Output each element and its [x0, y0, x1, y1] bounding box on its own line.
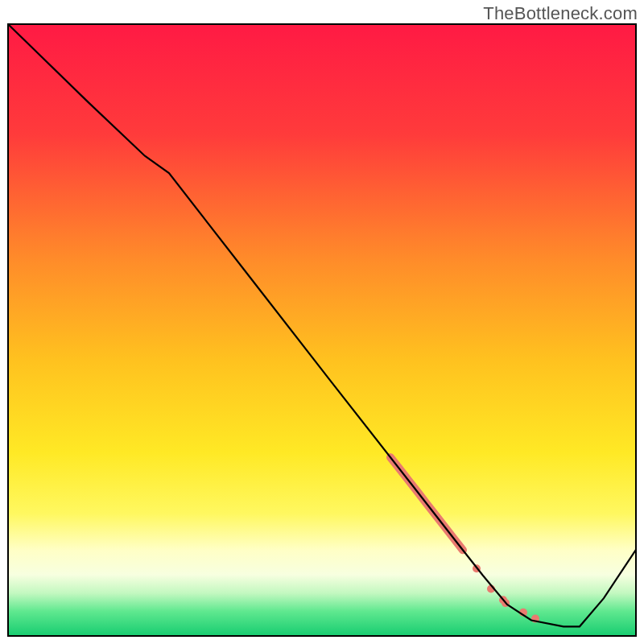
chart-root: TheBottleneck.com: [0, 0, 644, 644]
chart-svg: [0, 0, 644, 644]
watermark-text: TheBottleneck.com: [483, 3, 638, 24]
